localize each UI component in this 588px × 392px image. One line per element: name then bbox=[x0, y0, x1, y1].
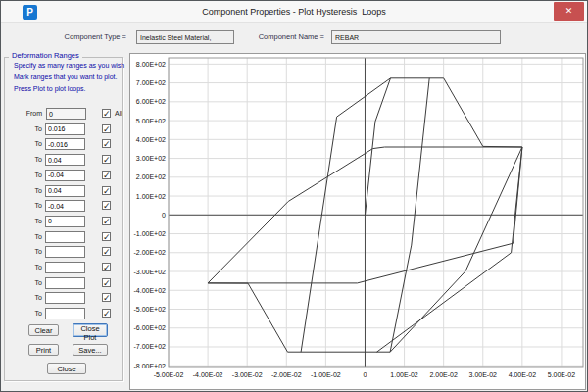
dialog-window: P Component Properties - Plot Hysteresis… bbox=[0, 0, 588, 392]
y-tick-label: 4.00E+02 bbox=[136, 136, 166, 143]
range-input[interactable] bbox=[45, 138, 85, 150]
clear-button[interactable]: Clear bbox=[28, 324, 59, 336]
y-tick-label: 6.00E+02 bbox=[136, 98, 166, 105]
x-tick-label: -5.00E-02 bbox=[154, 371, 184, 378]
range-checkbox[interactable]: ✓ bbox=[102, 293, 111, 302]
range-input[interactable] bbox=[45, 231, 85, 243]
to-label: To bbox=[24, 187, 42, 194]
component-type-label: Component Type = bbox=[40, 32, 126, 41]
y-tick-label: -6.00E+02 bbox=[134, 324, 167, 331]
y-tick-label: 3.00E+02 bbox=[136, 155, 166, 162]
y-tick-label: 2.00E+02 bbox=[136, 173, 166, 180]
range-checkbox[interactable]: ✓ bbox=[102, 155, 111, 164]
to-label: To bbox=[24, 125, 42, 132]
x-tick-label: 3.00E-02 bbox=[469, 371, 498, 378]
x-tick-label: 4.00E-02 bbox=[509, 371, 537, 378]
range-checkbox[interactable]: ✓ bbox=[102, 171, 111, 179]
to-label: To bbox=[24, 218, 42, 224]
range-input[interactable] bbox=[45, 154, 85, 166]
close-button[interactable]: Close bbox=[47, 363, 86, 374]
range-input[interactable] bbox=[45, 246, 85, 258]
y-tick-label: -7.00E+02 bbox=[134, 343, 167, 350]
title-bar: P Component Properties - Plot Hysteresis… bbox=[1, 1, 587, 23]
range-input[interactable] bbox=[45, 200, 85, 212]
to-label: To bbox=[24, 264, 42, 270]
x-tick-label: -4.00E-02 bbox=[193, 371, 223, 378]
range-checkbox[interactable]: ✓ bbox=[102, 309, 111, 318]
close-window-button[interactable]: ✕ bbox=[554, 2, 584, 21]
range-input[interactable] bbox=[45, 262, 85, 273]
range-checkbox[interactable]: ✓ bbox=[102, 278, 111, 287]
range-checkbox[interactable]: ✓ bbox=[102, 232, 111, 241]
range-checkbox[interactable]: ✓ bbox=[102, 124, 111, 133]
range-input[interactable] bbox=[45, 308, 85, 319]
close-plot-button[interactable]: Close Plot bbox=[73, 323, 108, 337]
range-checkbox[interactable]: ✓ bbox=[102, 201, 111, 210]
x-tick-label: 5.00E-02 bbox=[548, 371, 576, 378]
instruction-line: Specify as many ranges as you wish bbox=[14, 62, 126, 69]
y-tick-label: -3.00E+02 bbox=[134, 269, 167, 275]
range-input[interactable] bbox=[45, 123, 85, 135]
instruction-line: Mark ranges that you want to plot. bbox=[14, 74, 126, 80]
y-tick-label: -8.00E+02 bbox=[134, 363, 167, 369]
range-checkbox[interactable]: ✓ bbox=[102, 186, 111, 195]
to-label: To bbox=[24, 140, 42, 147]
to-label: To bbox=[24, 279, 42, 286]
all-checkbox[interactable]: ✓ bbox=[102, 109, 111, 118]
y-tick-label: -4.00E+02 bbox=[134, 287, 167, 294]
to-label: To bbox=[24, 172, 42, 178]
save-button[interactable]: Save... bbox=[73, 344, 108, 356]
y-tick-label: 7.00E+02 bbox=[136, 79, 166, 86]
range-input[interactable] bbox=[45, 292, 85, 304]
to-label: To bbox=[24, 310, 42, 317]
window-title: Component Properties - Plot Hysteresis L… bbox=[1, 1, 587, 23]
to-label: To bbox=[24, 294, 42, 301]
x-tick-label: 0 bbox=[364, 371, 368, 378]
y-tick-label: 5.00E+02 bbox=[136, 118, 166, 124]
y-tick-label: -1.00E+02 bbox=[134, 230, 167, 237]
component-name-label: Component Name = bbox=[246, 32, 324, 41]
range-checkbox[interactable]: ✓ bbox=[102, 217, 111, 225]
range-input[interactable] bbox=[45, 216, 85, 227]
range-checkbox[interactable]: ✓ bbox=[102, 263, 111, 271]
x-tick-label: -1.00E-02 bbox=[311, 371, 341, 378]
y-tick-label: 0 bbox=[162, 212, 166, 219]
y-tick-label: 8.00E+02 bbox=[136, 61, 166, 68]
from-label: From bbox=[24, 110, 42, 117]
x-tick-label: 1.00E-02 bbox=[390, 371, 418, 378]
range-input[interactable] bbox=[45, 277, 85, 289]
chart-panel: 8.00E+027.00E+026.00E+025.00E+024.00E+02… bbox=[129, 53, 586, 390]
print-button[interactable]: Print bbox=[28, 344, 59, 356]
all-label: All bbox=[115, 110, 122, 117]
hysteresis-loops-chart: 8.00E+027.00E+026.00E+025.00E+024.00E+02… bbox=[130, 54, 585, 389]
range-input[interactable] bbox=[45, 170, 85, 181]
component-name-field bbox=[331, 30, 501, 44]
instruction-line: Press Plot to plot loops. bbox=[14, 85, 126, 92]
from-input[interactable] bbox=[46, 108, 86, 120]
range-checkbox[interactable]: ✓ bbox=[102, 247, 111, 256]
y-tick-label: 1.00E+02 bbox=[136, 193, 166, 200]
to-label: To bbox=[24, 248, 42, 255]
y-tick-label: -5.00E+02 bbox=[134, 306, 167, 313]
to-label: To bbox=[24, 202, 42, 209]
range-input[interactable] bbox=[45, 185, 85, 197]
to-label: To bbox=[24, 233, 42, 240]
deformation-ranges-title: Deformation Ranges bbox=[9, 51, 82, 60]
x-tick-label: -2.00E-02 bbox=[271, 371, 302, 378]
to-label: To bbox=[24, 156, 42, 163]
component-type-field bbox=[136, 30, 234, 44]
x-tick-label: 2.00E-02 bbox=[429, 371, 458, 378]
x-tick-label: -3.00E-02 bbox=[232, 371, 263, 378]
range-checkbox[interactable]: ✓ bbox=[102, 139, 111, 148]
y-tick-label: -2.00E+02 bbox=[134, 249, 167, 256]
